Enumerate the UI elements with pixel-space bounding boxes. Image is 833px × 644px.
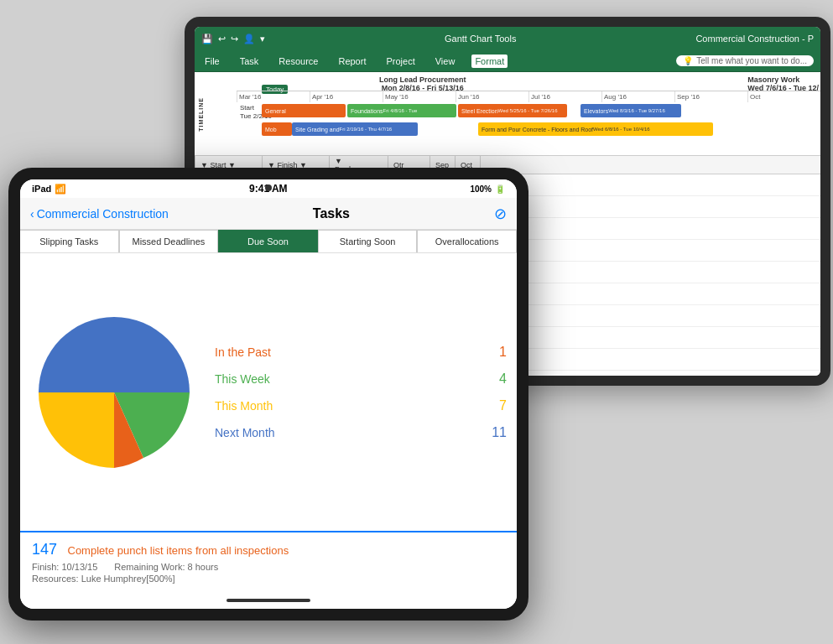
search-placeholder: Tell me what you want to do... (696, 56, 807, 65)
bar-elevators: ElevatorsWed 8/3/16 - Tue 9/27/16 (580, 104, 681, 117)
finish-label: Finish: 10/13/15 (32, 562, 97, 572)
tab-slipping-tasks[interactable]: Slipping Tasks (20, 230, 119, 252)
wifi-icon: 📶 (55, 184, 66, 195)
timeline-months: Mar '16 Apr '16 May '16 Jun '16 Jul '16 … (237, 91, 820, 102)
chevron-left-icon: ‹ (30, 207, 34, 221)
month-sep: Sep '16 (674, 91, 747, 102)
tab-missed-deadlines[interactable]: Missed Deadlines (119, 230, 219, 252)
tab-starting-soon[interactable]: Starting Soon (318, 230, 418, 252)
project-title: Commercial Construction - P (695, 34, 814, 44)
battery-icon: 🔋 (495, 184, 505, 194)
month-mar: Mar '16 (237, 91, 310, 102)
legend-in-the-past: In the Past 1 (215, 345, 507, 360)
task-detail: 147 Complete punch list items from all i… (20, 531, 517, 592)
ipad-tabs: Slipping Tasks Missed Deadlines Due Soon… (20, 230, 517, 253)
redo-icon: ↪ (231, 34, 238, 44)
undo-icon: ↩ (218, 34, 226, 44)
task-number: 147 (32, 541, 57, 558)
remaining-work: Remaining Work: 8 hours (114, 562, 218, 572)
task-meta: Finish: 10/13/15 Remaining Work: 8 hours (32, 562, 505, 572)
save-icon: 💾 (201, 34, 213, 44)
status-left: iPad 📶 (32, 184, 66, 195)
long-lead-label: Long Lead Procurement Mon 2/8/16 - Fri 5… (379, 75, 466, 92)
menu-task[interactable]: Task (237, 55, 263, 68)
menu-report[interactable]: Report (335, 55, 369, 68)
navbar-title: Tasks (169, 206, 494, 221)
status-right: 100% 🔋 (470, 184, 505, 194)
timeline-label: TIMELINE (198, 97, 204, 132)
ipad-home-area (20, 592, 517, 609)
menu-project[interactable]: Project (383, 55, 418, 68)
chart-legend: In the Past 1 This Week 4 This Month 7 N… (215, 345, 507, 440)
ipad-screen: iPad 📶 9:41 AM 100% 🔋 ‹ Commercial Const… (20, 179, 517, 609)
back-label: Commercial Construction (37, 207, 169, 221)
timeline-strip: TIMELINE Long Lead Procurement Mon 2/8/1… (195, 72, 820, 156)
bar-steel: Steel ErectionWed 5/25/16 - Tue 7/26/16 (458, 104, 567, 117)
dropdown-icon: ▾ (260, 34, 265, 44)
month-oct: Oct (747, 91, 820, 102)
bar-form-pour: Form and Pour Concrete - Floors and Roof… (478, 122, 713, 136)
legend-this-week: This Week 4 (215, 371, 507, 387)
task-title: Complete punch list items from all inspe… (68, 544, 289, 557)
ipad-label: iPad (32, 184, 51, 194)
bar-site-grading: Site Grading andFri 2/19/16 - Thu 4/7/16 (292, 122, 418, 136)
user-icon: 👤 (243, 34, 255, 44)
ribbon-menu: File Task Resource Report Project View F… (195, 50, 820, 72)
camera-dot (265, 184, 272, 191)
menu-file[interactable]: File (201, 55, 223, 68)
ribbon-top-bar: 💾 ↩ ↪ 👤 ▾ Gantt Chart Tools Commercial C… (195, 27, 820, 50)
filter-icon[interactable]: ⊘ (494, 205, 507, 223)
battery-label: 100% (470, 184, 492, 194)
masonry-label: Masonry Work Wed 7/6/16 - Tue 12/ (747, 75, 819, 92)
home-bar[interactable] (226, 599, 310, 602)
ribbon-search[interactable]: 💡 Tell me what you want to do... (676, 55, 814, 66)
legend-this-month: This Month 7 (215, 398, 507, 413)
fg-ipad: iPad 📶 9:41 AM 100% 🔋 ‹ Commercial Const… (8, 168, 528, 621)
pie-chart (30, 309, 198, 476)
menu-resource[interactable]: Resource (275, 55, 321, 68)
bar-foundations: FoundationsFri 4/8/16 - Tue (347, 104, 456, 117)
menu-format[interactable]: Format (471, 55, 508, 68)
ipad-navbar: ‹ Commercial Construction Tasks ⊘ (20, 198, 517, 230)
bar-mob: Mob (262, 122, 292, 136)
back-button[interactable]: ‹ Commercial Construction (30, 207, 169, 221)
gantt-tools-label: Gantt Chart Tools (270, 34, 690, 44)
chart-area: In the Past 1 This Week 4 This Month 7 N… (20, 253, 517, 531)
month-apr: Apr '16 (310, 91, 383, 102)
menu-view[interactable]: View (432, 55, 459, 68)
task-resources: Resources: Luke Humphrey[500%] (32, 574, 505, 584)
tab-due-soon[interactable]: Due Soon (218, 230, 318, 252)
tab-overallocations[interactable]: Overallocations (417, 230, 517, 252)
month-jun: Jun '16 (456, 91, 528, 102)
bar-general: General (262, 104, 346, 117)
month-jul: Jul '16 (528, 91, 601, 102)
search-icon: 💡 (683, 56, 693, 65)
month-aug: Aug '16 (601, 91, 674, 102)
legend-next-month: Next Month 11 (215, 425, 507, 440)
month-may: May '16 (383, 91, 456, 102)
